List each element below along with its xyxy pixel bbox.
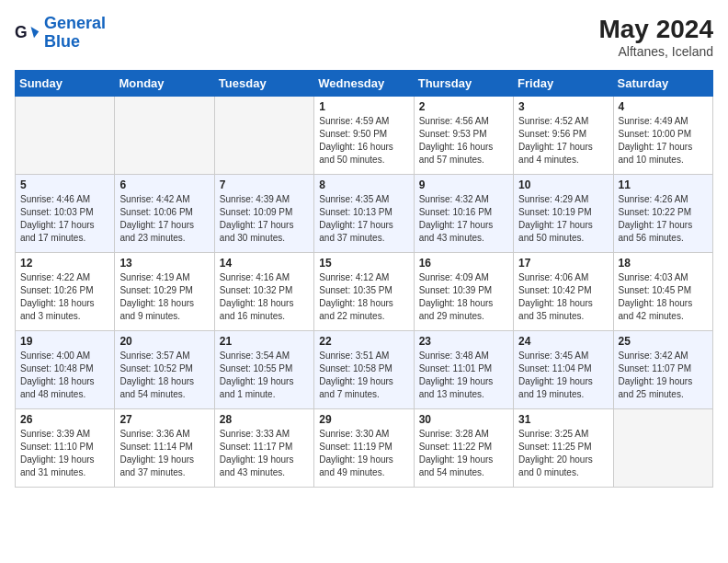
day-number: 27 — [119, 413, 209, 426]
day-number: 24 — [518, 335, 608, 348]
day-info: Sunrise: 3:33 AM Sunset: 11:17 PM Daylig… — [220, 428, 309, 479]
calendar-week-3: 12Sunrise: 4:22 AM Sunset: 10:26 PM Dayl… — [16, 253, 713, 331]
calendar-week-2: 5Sunrise: 4:46 AM Sunset: 10:03 PM Dayli… — [16, 175, 713, 253]
day-number: 28 — [220, 413, 309, 426]
day-info: Sunrise: 3:48 AM Sunset: 11:01 PM Daylig… — [419, 350, 508, 401]
day-number: 2 — [419, 100, 508, 113]
calendar-cell: 4Sunrise: 4:49 AM Sunset: 10:00 PM Dayli… — [613, 97, 712, 175]
calendar-cell: 16Sunrise: 4:09 AM Sunset: 10:39 PM Dayl… — [414, 253, 513, 331]
calendar-cell: 29Sunrise: 3:30 AM Sunset: 11:19 PM Dayl… — [314, 409, 414, 488]
calendar-cell: 13Sunrise: 4:19 AM Sunset: 10:29 PM Dayl… — [115, 253, 214, 331]
calendar-cell: 22Sunrise: 3:51 AM Sunset: 10:58 PM Dayl… — [314, 331, 414, 409]
day-info: Sunrise: 4:49 AM Sunset: 10:00 PM Daylig… — [619, 115, 708, 167]
day-info: Sunrise: 4:22 AM Sunset: 10:26 PM Daylig… — [20, 271, 109, 323]
day-info: Sunrise: 3:39 AM Sunset: 11:10 PM Daylig… — [20, 428, 109, 479]
day-info: Sunrise: 4:59 AM Sunset: 9:50 PM Dayligh… — [319, 115, 408, 167]
weekday-header-thursday: Thursday — [414, 71, 513, 97]
day-number: 30 — [419, 413, 508, 426]
calendar-cell: 28Sunrise: 3:33 AM Sunset: 11:17 PM Dayl… — [214, 409, 313, 488]
day-number: 9 — [419, 178, 508, 191]
day-info: Sunrise: 3:42 AM Sunset: 11:07 PM Daylig… — [619, 350, 708, 401]
weekday-header-tuesday: Tuesday — [214, 71, 313, 97]
calendar-cell: 2Sunrise: 4:56 AM Sunset: 9:53 PM Daylig… — [414, 97, 513, 175]
day-number: 5 — [20, 178, 109, 191]
calendar-cell: 31Sunrise: 3:25 AM Sunset: 11:25 PM Dayl… — [514, 409, 613, 488]
calendar-cell: 19Sunrise: 4:00 AM Sunset: 10:48 PM Dayl… — [16, 331, 115, 409]
logo-icon: G — [15, 20, 40, 46]
calendar-cell: 1Sunrise: 4:59 AM Sunset: 9:50 PM Daylig… — [314, 97, 414, 175]
day-number: 10 — [518, 178, 608, 191]
day-info: Sunrise: 4:12 AM Sunset: 10:35 PM Daylig… — [319, 271, 408, 323]
day-number: 25 — [619, 335, 708, 348]
calendar-cell: 5Sunrise: 4:46 AM Sunset: 10:03 PM Dayli… — [16, 175, 115, 253]
calendar-cell: 30Sunrise: 3:28 AM Sunset: 11:22 PM Dayl… — [414, 409, 513, 488]
weekday-header-monday: Monday — [115, 71, 214, 97]
svg-text:G: G — [15, 23, 28, 41]
logo: G General Blue — [15, 15, 106, 52]
calendar-cell: 18Sunrise: 4:03 AM Sunset: 10:45 PM Dayl… — [613, 253, 712, 331]
day-info: Sunrise: 4:52 AM Sunset: 9:56 PM Dayligh… — [518, 115, 608, 167]
calendar-cell: 27Sunrise: 3:36 AM Sunset: 11:14 PM Dayl… — [115, 409, 214, 488]
calendar-week-4: 19Sunrise: 4:00 AM Sunset: 10:48 PM Dayl… — [16, 331, 713, 409]
weekday-header-friday: Friday — [514, 71, 613, 97]
day-info: Sunrise: 4:03 AM Sunset: 10:45 PM Daylig… — [619, 271, 708, 323]
day-info: Sunrise: 4:09 AM Sunset: 10:39 PM Daylig… — [419, 271, 508, 323]
day-number: 16 — [419, 257, 508, 270]
day-info: Sunrise: 3:45 AM Sunset: 11:04 PM Daylig… — [518, 350, 608, 401]
calendar-cell: 20Sunrise: 3:57 AM Sunset: 10:52 PM Dayl… — [115, 331, 214, 409]
logo-general: General — [44, 14, 106, 32]
day-number: 11 — [619, 178, 708, 191]
day-info: Sunrise: 4:32 AM Sunset: 10:16 PM Daylig… — [419, 193, 508, 245]
calendar-cell: 15Sunrise: 4:12 AM Sunset: 10:35 PM Dayl… — [314, 253, 414, 331]
calendar-cell: 9Sunrise: 4:32 AM Sunset: 10:16 PM Dayli… — [414, 175, 513, 253]
day-info: Sunrise: 4:16 AM Sunset: 10:32 PM Daylig… — [220, 271, 309, 323]
weekday-header-wednesday: Wednesday — [314, 71, 414, 97]
calendar-cell: 3Sunrise: 4:52 AM Sunset: 9:56 PM Daylig… — [514, 97, 613, 175]
day-number: 12 — [20, 257, 109, 270]
logo-text: General Blue — [44, 15, 106, 52]
day-info: Sunrise: 3:51 AM Sunset: 10:58 PM Daylig… — [319, 350, 408, 401]
day-info: Sunrise: 3:54 AM Sunset: 10:55 PM Daylig… — [220, 350, 309, 401]
day-number: 1 — [319, 100, 408, 113]
day-info: Sunrise: 4:56 AM Sunset: 9:53 PM Dayligh… — [419, 115, 508, 167]
day-number: 3 — [518, 100, 608, 113]
day-info: Sunrise: 4:46 AM Sunset: 10:03 PM Daylig… — [20, 193, 109, 245]
day-number: 21 — [220, 335, 309, 348]
day-number: 6 — [119, 178, 209, 191]
day-number: 7 — [220, 178, 309, 191]
weekday-header-sunday: Sunday — [16, 71, 115, 97]
calendar-cell — [613, 409, 712, 488]
calendar-cell: 6Sunrise: 4:42 AM Sunset: 10:06 PM Dayli… — [115, 175, 214, 253]
day-info: Sunrise: 3:28 AM Sunset: 11:22 PM Daylig… — [419, 428, 508, 479]
day-info: Sunrise: 3:25 AM Sunset: 11:25 PM Daylig… — [518, 428, 608, 479]
calendar-cell: 25Sunrise: 3:42 AM Sunset: 11:07 PM Dayl… — [613, 331, 712, 409]
calendar-cell: 23Sunrise: 3:48 AM Sunset: 11:01 PM Dayl… — [414, 331, 513, 409]
logo-blue: Blue — [44, 32, 80, 51]
calendar-cell — [115, 97, 214, 175]
day-info: Sunrise: 4:19 AM Sunset: 10:29 PM Daylig… — [119, 271, 209, 323]
day-number: 29 — [319, 413, 408, 426]
calendar-cell: 24Sunrise: 3:45 AM Sunset: 11:04 PM Dayl… — [514, 331, 613, 409]
day-number: 4 — [619, 100, 708, 113]
calendar-cell — [16, 97, 115, 175]
day-info: Sunrise: 4:35 AM Sunset: 10:13 PM Daylig… — [319, 193, 408, 245]
calendar-table: SundayMondayTuesdayWednesdayThursdayFrid… — [15, 70, 713, 488]
day-number: 14 — [220, 257, 309, 270]
calendar-cell: 11Sunrise: 4:26 AM Sunset: 10:22 PM Dayl… — [613, 175, 712, 253]
day-number: 26 — [20, 413, 109, 426]
calendar-cell: 21Sunrise: 3:54 AM Sunset: 10:55 PM Dayl… — [214, 331, 313, 409]
day-number: 31 — [518, 413, 608, 426]
day-info: Sunrise: 4:39 AM Sunset: 10:09 PM Daylig… — [220, 193, 309, 245]
month-year: May 2024 — [598, 15, 713, 44]
day-info: Sunrise: 4:00 AM Sunset: 10:48 PM Daylig… — [20, 350, 109, 401]
day-number: 22 — [319, 335, 408, 348]
page-header: G General Blue May 2024 Alftanes, Icelan… — [15, 15, 713, 59]
weekday-header-row: SundayMondayTuesdayWednesdayThursdayFrid… — [16, 71, 713, 97]
calendar-cell: 12Sunrise: 4:22 AM Sunset: 10:26 PM Dayl… — [16, 253, 115, 331]
day-info: Sunrise: 4:06 AM Sunset: 10:42 PM Daylig… — [518, 271, 608, 323]
day-number: 20 — [119, 335, 209, 348]
svg-marker-1 — [31, 27, 40, 38]
day-info: Sunrise: 3:30 AM Sunset: 11:19 PM Daylig… — [319, 428, 408, 479]
calendar-cell — [214, 97, 313, 175]
calendar-cell: 26Sunrise: 3:39 AM Sunset: 11:10 PM Dayl… — [16, 409, 115, 488]
